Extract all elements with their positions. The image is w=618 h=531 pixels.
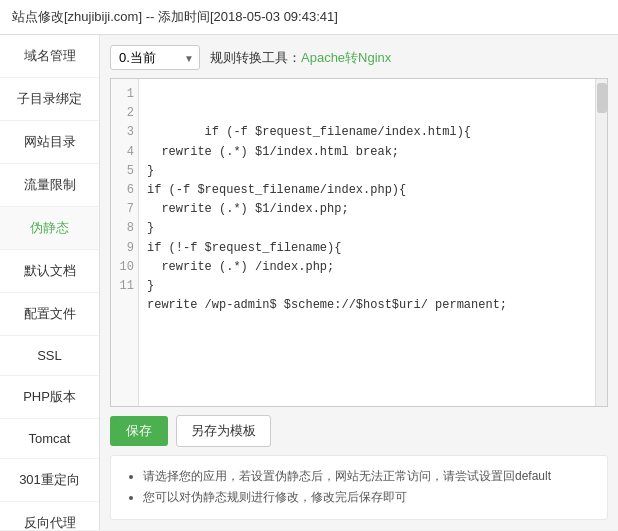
line-number: 6 — [115, 181, 134, 200]
line-number: 11 — [115, 277, 134, 296]
version-select[interactable]: 0.当前 — [110, 45, 200, 70]
scrollbar-track[interactable] — [595, 79, 607, 406]
sidebar-item-reverse[interactable]: 反向代理 — [0, 502, 99, 531]
line-number: 3 — [115, 123, 134, 142]
scrollbar-thumb[interactable] — [597, 83, 607, 113]
sidebar-item-defaultdoc[interactable]: 默认文档 — [0, 250, 99, 293]
sidebar-item-config[interactable]: 配置文件 — [0, 293, 99, 336]
sidebar-item-domain[interactable]: 域名管理 — [0, 35, 99, 78]
tip-item: 请选择您的应用，若设置伪静态后，网站无法正常访问，请尝试设置回default — [143, 466, 593, 488]
line-number: 7 — [115, 200, 134, 219]
line-number: 8 — [115, 219, 134, 238]
line-number: 5 — [115, 162, 134, 181]
sidebar-item-traffic[interactable]: 流量限制 — [0, 164, 99, 207]
sidebar-item-pseudo[interactable]: 伪静态 — [0, 207, 99, 250]
code-editor[interactable]: 1234567891011 if (-f $request_filename/i… — [110, 78, 608, 407]
line-number: 4 — [115, 143, 134, 162]
save-button[interactable]: 保存 — [110, 416, 168, 446]
line-number: 10 — [115, 258, 134, 277]
action-buttons: 保存 另存为模板 — [110, 415, 608, 447]
line-number: 9 — [115, 239, 134, 258]
sidebar-item-sitedir[interactable]: 网站目录 — [0, 121, 99, 164]
sidebar-item-subdir[interactable]: 子目录绑定 — [0, 78, 99, 121]
line-number: 2 — [115, 104, 134, 123]
tips-panel: 请选择您的应用，若设置伪静态后，网站无法正常访问，请尝试设置回default您可… — [110, 455, 608, 520]
main-content: 0.当前 ▼ 规则转换工具：Apache转Nginx 1234567891011… — [100, 35, 618, 530]
version-select-wrapper[interactable]: 0.当前 ▼ — [110, 45, 200, 70]
sidebar-item-tomcat[interactable]: Tomcat — [0, 419, 99, 459]
code-content[interactable]: if (-f $request_filename/index.html){ re… — [139, 79, 607, 406]
save-template-button[interactable]: 另存为模板 — [176, 415, 271, 447]
header: 站点修改[zhujibiji.com] -- 添加时间[2018-05-03 0… — [0, 0, 618, 35]
sidebar-item-php[interactable]: PHP版本 — [0, 376, 99, 419]
converter-link[interactable]: Apache转Nginx — [301, 50, 391, 65]
line-number: 1 — [115, 85, 134, 104]
converter-label: 规则转换工具：Apache转Nginx — [210, 49, 391, 67]
sidebar-item-ssl[interactable]: SSL — [0, 336, 99, 376]
tips-list: 请选择您的应用，若设置伪静态后，网站无法正常访问，请尝试设置回default您可… — [125, 466, 593, 509]
sidebar: 域名管理子目录绑定网站目录流量限制伪静态默认文档配置文件SSLPHP版本Tomc… — [0, 35, 100, 530]
sidebar-item-redirect[interactable]: 301重定向 — [0, 459, 99, 502]
tip-item: 您可以对伪静态规则进行修改，修改完后保存即可 — [143, 487, 593, 509]
line-numbers: 1234567891011 — [111, 79, 139, 406]
header-title: 站点修改[zhujibiji.com] -- 添加时间[2018-05-03 0… — [12, 9, 338, 24]
toolbar: 0.当前 ▼ 规则转换工具：Apache转Nginx — [110, 45, 608, 70]
